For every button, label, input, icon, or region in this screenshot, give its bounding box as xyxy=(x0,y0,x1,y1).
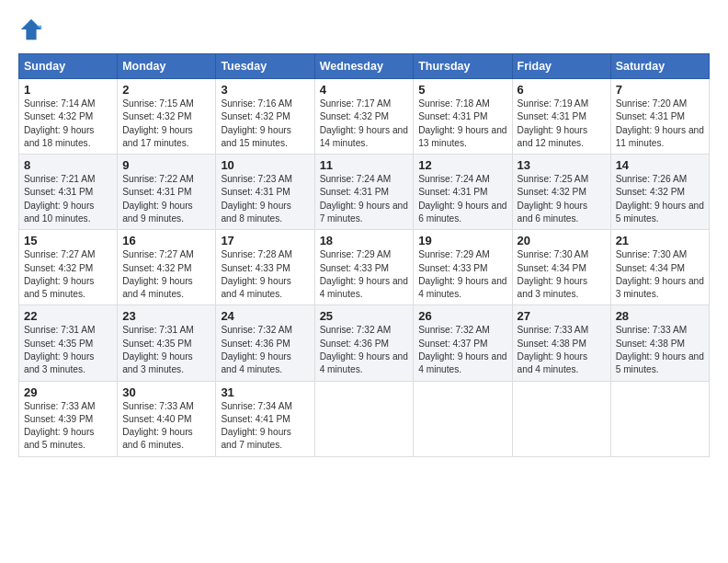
logo xyxy=(18,17,48,42)
day-number: 6 xyxy=(518,83,606,97)
day-number: 18 xyxy=(320,234,409,247)
calendar-cell: 4 Sunrise: 7:17 AMSunset: 4:32 PMDayligh… xyxy=(314,79,414,155)
day-info: Sunrise: 7:16 AMSunset: 4:32 PMDaylight:… xyxy=(221,98,292,148)
calendar-cell xyxy=(314,381,414,456)
day-number: 14 xyxy=(616,158,704,172)
day-number: 24 xyxy=(221,309,309,323)
day-of-week-header: Friday xyxy=(512,54,610,79)
day-number: 28 xyxy=(616,309,704,323)
calendar-cell: 21 Sunrise: 7:30 AMSunset: 4:34 PMDaylig… xyxy=(610,230,709,305)
calendar-week-row: 29 Sunrise: 7:33 AMSunset: 4:39 PMDaylig… xyxy=(19,381,710,456)
day-of-week-header: Thursday xyxy=(414,54,512,79)
day-number: 25 xyxy=(320,309,409,323)
calendar-cell: 3 Sunrise: 7:16 AMSunset: 4:32 PMDayligh… xyxy=(216,79,314,155)
day-info: Sunrise: 7:27 AMSunset: 4:32 PMDaylight:… xyxy=(122,249,194,299)
day-number: 4 xyxy=(320,83,409,97)
day-info: Sunrise: 7:31 AMSunset: 4:35 PMDaylight:… xyxy=(24,325,96,374)
day-number: 21 xyxy=(616,234,704,247)
day-of-week-header: Sunday xyxy=(19,54,118,79)
day-number: 13 xyxy=(518,158,606,172)
calendar-cell: 1 Sunrise: 7:14 AMSunset: 4:32 PMDayligh… xyxy=(19,79,118,155)
calendar-cell: 2 Sunrise: 7:15 AMSunset: 4:32 PMDayligh… xyxy=(118,79,216,155)
calendar-cell: 29 Sunrise: 7:33 AMSunset: 4:39 PMDaylig… xyxy=(19,381,118,456)
day-number: 20 xyxy=(518,234,606,247)
day-info: Sunrise: 7:20 AMSunset: 4:31 PMDaylight:… xyxy=(616,98,704,148)
day-info: Sunrise: 7:33 AMSunset: 4:40 PMDaylight:… xyxy=(122,401,194,451)
calendar-cell: 5 Sunrise: 7:18 AMSunset: 4:31 PMDayligh… xyxy=(414,79,512,155)
calendar-cell: 13 Sunrise: 7:25 AMSunset: 4:32 PMDaylig… xyxy=(512,155,610,230)
day-number: 8 xyxy=(24,158,112,172)
day-number: 1 xyxy=(24,83,112,97)
calendar-cell: 30 Sunrise: 7:33 AMSunset: 4:40 PMDaylig… xyxy=(118,381,216,456)
day-info: Sunrise: 7:33 AMSunset: 4:38 PMDaylight:… xyxy=(518,325,589,374)
day-number: 3 xyxy=(221,83,309,97)
day-number: 11 xyxy=(320,158,409,172)
calendar: SundayMondayTuesdayWednesdayThursdayFrid… xyxy=(18,53,710,457)
day-info: Sunrise: 7:14 AMSunset: 4:32 PMDaylight:… xyxy=(24,98,96,148)
calendar-cell: 26 Sunrise: 7:32 AMSunset: 4:37 PMDaylig… xyxy=(414,305,512,381)
day-number: 9 xyxy=(122,158,210,172)
calendar-cell: 7 Sunrise: 7:20 AMSunset: 4:31 PMDayligh… xyxy=(610,79,709,155)
day-number: 19 xyxy=(418,234,506,247)
day-of-week-header: Wednesday xyxy=(314,54,414,79)
calendar-cell: 28 Sunrise: 7:33 AMSunset: 4:38 PMDaylig… xyxy=(610,305,709,381)
day-info: Sunrise: 7:30 AMSunset: 4:34 PMDaylight:… xyxy=(518,249,589,299)
calendar-cell: 18 Sunrise: 7:29 AMSunset: 4:33 PMDaylig… xyxy=(314,230,414,305)
calendar-cell: 25 Sunrise: 7:32 AMSunset: 4:36 PMDaylig… xyxy=(314,305,414,381)
day-of-week-header: Tuesday xyxy=(216,54,314,79)
day-number: 31 xyxy=(221,385,309,399)
calendar-cell: 31 Sunrise: 7:34 AMSunset: 4:41 PMDaylig… xyxy=(216,381,314,456)
day-info: Sunrise: 7:27 AMSunset: 4:32 PMDaylight:… xyxy=(24,249,96,299)
calendar-cell: 27 Sunrise: 7:33 AMSunset: 4:38 PMDaylig… xyxy=(512,305,610,381)
day-info: Sunrise: 7:33 AMSunset: 4:39 PMDaylight:… xyxy=(24,401,96,451)
calendar-cell xyxy=(414,381,512,456)
day-info: Sunrise: 7:24 AMSunset: 4:31 PMDaylight:… xyxy=(418,174,506,224)
day-info: Sunrise: 7:32 AMSunset: 4:37 PMDaylight:… xyxy=(418,325,506,374)
day-number: 5 xyxy=(418,83,506,97)
day-info: Sunrise: 7:25 AMSunset: 4:32 PMDaylight:… xyxy=(518,174,589,224)
calendar-cell: 10 Sunrise: 7:23 AMSunset: 4:31 PMDaylig… xyxy=(216,155,314,230)
calendar-week-row: 1 Sunrise: 7:14 AMSunset: 4:32 PMDayligh… xyxy=(19,79,710,155)
page: SundayMondayTuesdayWednesdayThursdayFrid… xyxy=(0,0,728,466)
day-number: 2 xyxy=(122,83,210,97)
day-info: Sunrise: 7:18 AMSunset: 4:31 PMDaylight:… xyxy=(418,98,506,148)
day-info: Sunrise: 7:17 AMSunset: 4:32 PMDaylight:… xyxy=(320,98,408,148)
calendar-cell xyxy=(610,381,709,456)
calendar-cell: 20 Sunrise: 7:30 AMSunset: 4:34 PMDaylig… xyxy=(512,230,610,305)
calendar-cell: 22 Sunrise: 7:31 AMSunset: 4:35 PMDaylig… xyxy=(19,305,118,381)
day-number: 15 xyxy=(24,234,112,247)
day-number: 12 xyxy=(418,158,506,172)
calendar-cell: 14 Sunrise: 7:26 AMSunset: 4:32 PMDaylig… xyxy=(610,155,709,230)
day-info: Sunrise: 7:19 AMSunset: 4:31 PMDaylight:… xyxy=(518,98,589,148)
day-number: 10 xyxy=(221,158,309,172)
day-info: Sunrise: 7:29 AMSunset: 4:33 PMDaylight:… xyxy=(418,249,506,299)
calendar-cell: 15 Sunrise: 7:27 AMSunset: 4:32 PMDaylig… xyxy=(19,230,118,305)
day-number: 16 xyxy=(122,234,210,247)
header xyxy=(18,17,710,42)
day-info: Sunrise: 7:34 AMSunset: 4:41 PMDaylight:… xyxy=(221,401,292,451)
calendar-cell: 19 Sunrise: 7:29 AMSunset: 4:33 PMDaylig… xyxy=(414,230,512,305)
day-info: Sunrise: 7:32 AMSunset: 4:36 PMDaylight:… xyxy=(320,325,408,374)
day-number: 29 xyxy=(24,385,112,399)
day-info: Sunrise: 7:32 AMSunset: 4:36 PMDaylight:… xyxy=(221,325,292,374)
day-info: Sunrise: 7:28 AMSunset: 4:33 PMDaylight:… xyxy=(221,249,292,299)
svg-marker-0 xyxy=(21,19,41,40)
day-info: Sunrise: 7:24 AMSunset: 4:31 PMDaylight:… xyxy=(320,174,408,224)
calendar-week-row: 22 Sunrise: 7:31 AMSunset: 4:35 PMDaylig… xyxy=(19,305,710,381)
calendar-body: 1 Sunrise: 7:14 AMSunset: 4:32 PMDayligh… xyxy=(19,79,710,457)
day-info: Sunrise: 7:31 AMSunset: 4:35 PMDaylight:… xyxy=(122,325,194,374)
day-number: 7 xyxy=(616,83,704,97)
calendar-cell: 8 Sunrise: 7:21 AMSunset: 4:31 PMDayligh… xyxy=(19,155,118,230)
day-of-week-header: Monday xyxy=(118,54,216,79)
calendar-cell: 23 Sunrise: 7:31 AMSunset: 4:35 PMDaylig… xyxy=(118,305,216,381)
day-number: 27 xyxy=(518,309,606,323)
logo-icon xyxy=(18,17,44,42)
calendar-cell: 17 Sunrise: 7:28 AMSunset: 4:33 PMDaylig… xyxy=(216,230,314,305)
day-number: 23 xyxy=(122,309,210,323)
calendar-cell xyxy=(512,381,610,456)
calendar-cell: 24 Sunrise: 7:32 AMSunset: 4:36 PMDaylig… xyxy=(216,305,314,381)
day-number: 17 xyxy=(221,234,309,247)
day-of-week-row: SundayMondayTuesdayWednesdayThursdayFrid… xyxy=(19,54,710,79)
day-info: Sunrise: 7:21 AMSunset: 4:31 PMDaylight:… xyxy=(24,174,96,224)
day-number: 22 xyxy=(24,309,112,323)
